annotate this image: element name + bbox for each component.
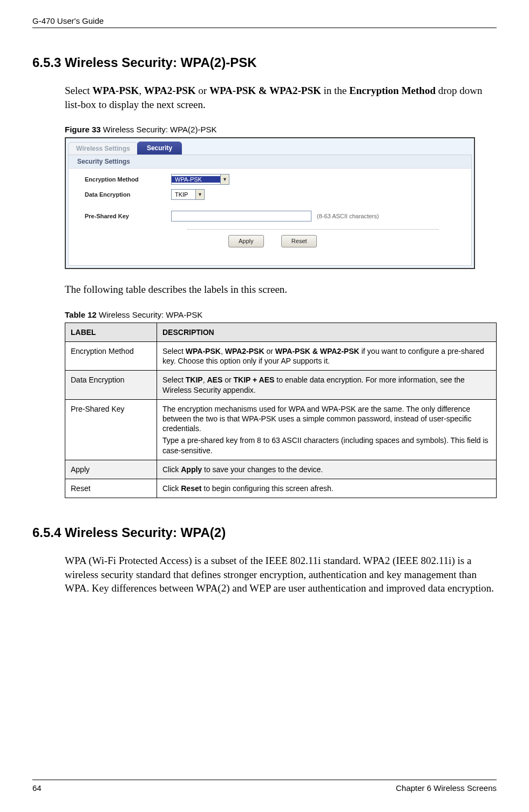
text: to save your changes to the device. [202,465,323,474]
text: The encryption mechanisms used for WPA a… [162,404,491,434]
table-12-caption: Table 12 Wireless Security: WPA-PSK [65,310,497,319]
cell-label: Reset [65,479,157,498]
text-bold: WPA-PSK & WPA2-PSK [209,85,321,96]
text: Select [65,85,92,96]
table-row: Pre-Shared Key The encryption mechanisms… [65,399,497,460]
table-row: Encryption Method Select WPA-PSK, WPA2-P… [65,342,497,371]
cell-desc: The encryption mechanisms used for WPA a… [157,399,497,460]
text: Click [162,484,181,493]
text-bold: WPA-PSK & WPA2-PSK [275,347,360,355]
label-data-encryption: Data Encryption [85,191,171,198]
cell-desc: Click Reset to begin configuring this sc… [157,479,497,498]
figure-33-caption: Figure 33 Wireless Security: WPA(2)-PSK [65,125,497,134]
text-bold: Encryption Method [349,85,436,96]
button-row: Apply Reset [85,235,460,247]
page-number: 64 [32,783,42,793]
text-bold: TKIP [186,375,203,384]
tab-strip: Wireless Settings Security [66,138,474,155]
data-encryption-value: TKIP [172,191,195,198]
text-bold: WPA2-PSK [225,347,264,355]
table-row: Data Encryption Select TKIP, AES or TKIP… [65,371,497,399]
figure-number: Figure 33 [65,125,103,134]
preshared-key-hint: (8-63 ASCII characters) [317,213,379,219]
group-security-settings: Security Settings [69,155,471,169]
cell-desc: Select TKIP, AES or TKIP + AES to enable… [157,371,497,399]
row-data-encryption: Data Encryption TKIP ▼ [85,189,460,200]
figure-title: Wireless Security: WPA(2)-PSK [103,125,217,134]
text: Type a pre-shared key from 8 to 63 ASCII… [162,435,491,455]
label-encryption-method: Encryption Method [85,176,171,183]
table-row: Apply Click Apply to save your changes t… [65,460,497,479]
cell-desc: Select WPA-PSK, WPA2-PSK or WPA-PSK & WP… [157,342,497,371]
label-preshared-key: Pre-Shared Key [85,213,171,219]
text-bold: WPA-PSK [186,347,221,355]
th-label: LABEL [65,323,157,341]
text-bold: WPA2-PSK [144,85,196,96]
reset-button[interactable]: Reset [281,235,317,247]
tab-wireless-settings[interactable]: Wireless Settings [68,142,138,155]
footer-rule [32,780,497,780]
heading-6-5-4: 6.5.4 Wireless Security: WPA(2) [32,525,497,540]
form-area: Encryption Method WPA-PSK ▼ Data Encrypt… [69,169,471,247]
text-bold: Apply [181,465,202,474]
text-bold: TKIP + AES [234,375,275,384]
chevron-down-icon: ▼ [220,175,229,184]
apply-button[interactable]: Apply [228,235,264,247]
encryption-method-value: WPA-PSK [172,176,220,183]
header-rule [32,28,497,28]
text: or [222,375,233,384]
heading-6-5-3: 6.5.3 Wireless Security: WPA(2)-PSK [32,55,497,70]
dotted-separator [187,229,439,230]
table-number: Table 12 [65,310,99,319]
tab-security[interactable]: Security [137,142,182,155]
text: or [264,347,275,355]
para-table-intro: The following table describes the labels… [65,283,497,297]
figure-33-screenshot: Wireless Settings Security Security Sett… [65,137,475,269]
page-footer: 64 Chapter 6 Wireless Screens [32,780,497,793]
chapter-title: Chapter 6 Wireless Screens [396,783,497,793]
cell-label: Data Encryption [65,371,157,399]
data-encryption-select[interactable]: TKIP ▼ [171,189,205,200]
text: , [221,347,225,355]
text-bold: AES [207,375,222,384]
para-6-5-3-intro: Select WPA-PSK, WPA2-PSK or WPA-PSK & WP… [65,84,497,111]
text: , [139,85,144,96]
chevron-down-icon: ▼ [195,190,204,199]
cell-label: Encryption Method [65,342,157,371]
text: Select [162,375,186,384]
text: to begin configuring this screen afresh. [201,484,333,493]
table-12: LABEL DESCRIPTION Encryption Method Sele… [65,323,497,498]
cell-desc: Click Apply to save your changes to the … [157,460,497,479]
text: or [196,85,209,96]
table-header-row: LABEL DESCRIPTION [65,323,497,341]
preshared-key-input[interactable] [171,211,311,222]
table-title: Wireless Security: WPA-PSK [99,310,202,319]
row-encryption-method: Encryption Method WPA-PSK ▼ [85,174,460,185]
th-description: DESCRIPTION [157,323,497,341]
tab-body: Security Settings Encryption Method WPA-… [68,155,472,266]
row-preshared-key: Pre-Shared Key (8-63 ASCII characters) [85,211,460,222]
text: Click [162,465,181,474]
text-bold: Reset [181,484,201,493]
para-6-5-4: WPA (Wi-Fi Protected Access) is a subset… [65,554,497,595]
cell-label: Apply [65,460,157,479]
table-row: Reset Click Reset to begin configuring t… [65,479,497,498]
text: in the [321,85,349,96]
cell-label: Pre-Shared Key [65,399,157,460]
text: Select [162,347,186,355]
encryption-method-select[interactable]: WPA-PSK ▼ [171,174,229,185]
header-doc-title: G-470 User's Guide [32,16,497,25]
text-bold: WPA-PSK [92,85,139,96]
